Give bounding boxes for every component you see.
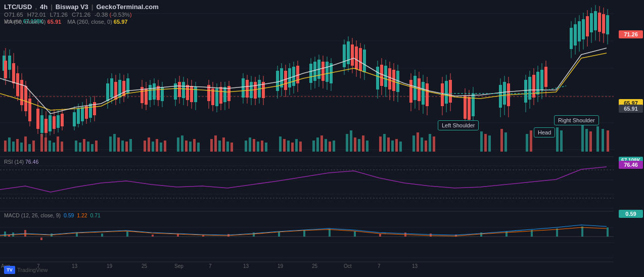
svg-rect-88 <box>379 136 382 152</box>
svg-rect-280 <box>449 80 452 103</box>
svg-rect-114 <box>607 130 609 152</box>
svg-rect-357 <box>607 227 609 237</box>
svg-rect-39 <box>95 141 98 152</box>
svg-rect-51 <box>164 141 166 152</box>
svg-rect-122 <box>12 63 15 83</box>
svg-rect-53 <box>181 135 183 152</box>
svg-text:19: 19 <box>107 263 113 269</box>
svg-rect-212 <box>254 82 257 99</box>
svg-rect-1 <box>0 157 614 211</box>
svg-rect-35 <box>79 143 81 152</box>
svg-rect-98 <box>429 134 431 152</box>
svg-rect-160 <box>110 78 113 98</box>
svg-rect-150 <box>81 107 84 121</box>
svg-rect-339 <box>152 235 154 237</box>
svg-rect-45 <box>129 139 132 152</box>
svg-rect-132 <box>36 109 39 129</box>
svg-rect-278 <box>445 81 448 104</box>
svg-rect-105 <box>526 134 528 152</box>
svg-rect-136 <box>44 119 48 133</box>
svg-rect-32 <box>57 136 59 152</box>
svg-text:25: 25 <box>142 263 148 269</box>
svg-rect-208 <box>246 80 249 98</box>
svg-rect-348 <box>379 234 381 237</box>
svg-rect-64 <box>245 141 247 152</box>
svg-rect-308 <box>574 24 577 45</box>
chart-container: LTC/USD , 4h | Biswap V3 | GeckoTerminal… <box>0 0 644 277</box>
svg-rect-61 <box>222 137 225 152</box>
svg-rect-101 <box>484 134 487 152</box>
svg-rect-200 <box>219 87 222 104</box>
svg-rect-345 <box>303 230 305 237</box>
macd-panel-label: MACD (12, 26, close, 9) 0.59 1.22 0.71 <box>4 212 101 218</box>
pair-label: LTC/USD <box>4 3 32 11</box>
svg-rect-124 <box>16 73 19 96</box>
svg-rect-284 <box>468 97 471 120</box>
svg-rect-134 <box>40 115 43 133</box>
svg-rect-74 <box>295 139 298 152</box>
svg-rect-286 <box>472 94 475 116</box>
svg-rect-270 <box>418 78 421 101</box>
svg-rect-110 <box>585 129 588 152</box>
svg-rect-97 <box>425 141 427 152</box>
svg-rect-128 <box>24 86 27 111</box>
svg-rect-37 <box>87 142 89 152</box>
svg-rect-73 <box>291 143 294 152</box>
svg-rect-50 <box>160 143 162 152</box>
tv-logo-text: TradingView <box>17 267 48 273</box>
svg-rect-144 <box>61 114 64 126</box>
svg-rect-236 <box>321 62 325 81</box>
svg-text:Sep: Sep <box>174 263 183 269</box>
svg-rect-222 <box>284 71 287 90</box>
svg-rect-95 <box>417 132 419 152</box>
svg-rect-84 <box>354 137 356 152</box>
svg-rect-324 <box>606 15 609 34</box>
svg-rect-140 <box>53 116 56 129</box>
svg-rect-166 <box>122 81 125 96</box>
svg-rect-338 <box>126 232 128 237</box>
svg-rect-22 <box>12 142 15 152</box>
svg-rect-89 <box>383 134 386 152</box>
svg-rect-350 <box>430 234 432 237</box>
svg-rect-106 <box>530 130 532 152</box>
svg-rect-310 <box>578 21 581 41</box>
svg-rect-25 <box>24 136 27 152</box>
svg-rect-274 <box>426 83 429 106</box>
svg-rect-67 <box>257 142 259 152</box>
svg-rect-337 <box>101 234 103 237</box>
svg-rect-46 <box>144 141 146 152</box>
rsi-panel-label: RSI (14) 76.46 <box>4 159 38 165</box>
svg-rect-294 <box>524 80 527 103</box>
svg-rect-59 <box>214 135 217 152</box>
high-value: H72.01 <box>27 12 46 18</box>
svg-rect-55 <box>189 142 192 152</box>
svg-rect-138 <box>49 115 52 131</box>
macd-value-badge: 0.59 <box>619 210 643 218</box>
svg-rect-316 <box>590 13 593 32</box>
svg-rect-244 <box>347 41 350 64</box>
svg-rect-58 <box>210 139 213 152</box>
svg-rect-78 <box>320 135 323 152</box>
svg-rect-346 <box>329 229 331 237</box>
svg-rect-54 <box>185 141 188 152</box>
ma-row: MA (50, close, 0) 65.91 MA (260, close, … <box>4 19 159 25</box>
svg-rect-38 <box>91 144 94 152</box>
svg-text:7: 7 <box>209 263 212 269</box>
low-value: L71.26 <box>50 12 68 18</box>
svg-rect-79 <box>325 139 327 152</box>
svg-rect-113 <box>602 129 604 152</box>
pair-title: LTC/USD , 4h | Biswap V3 | GeckoTerminal… <box>4 3 159 11</box>
svg-rect-154 <box>89 104 92 118</box>
svg-rect-302 <box>540 70 543 90</box>
svg-rect-254 <box>376 67 379 89</box>
svg-rect-314 <box>586 16 589 36</box>
svg-rect-103 <box>500 129 503 152</box>
svg-rect-176 <box>153 83 156 100</box>
svg-text:13: 13 <box>243 263 249 269</box>
svg-rect-91 <box>391 141 394 152</box>
svg-rect-312 <box>582 19 585 39</box>
svg-rect-41 <box>113 134 116 152</box>
svg-text:13: 13 <box>412 263 418 269</box>
svg-text:7: 7 <box>378 263 381 269</box>
svg-rect-44 <box>125 142 128 152</box>
